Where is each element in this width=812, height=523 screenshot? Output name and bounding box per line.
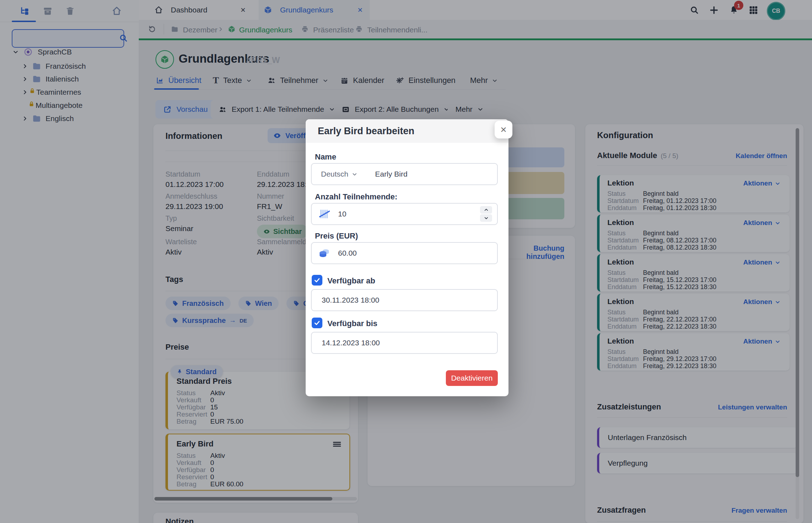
price-input-group [311, 242, 498, 264]
modal-title: Early Bird bearbeiten [318, 126, 415, 137]
available-from-label: Verfügbar ab [327, 276, 375, 286]
stepper-up-button[interactable] [480, 206, 492, 214]
deactivate-button[interactable]: Deaktivieren [446, 370, 498, 386]
available-to-label: Verfügbar bis [327, 319, 378, 328]
close-icon: × [500, 124, 507, 135]
count-input-group [311, 203, 498, 225]
tally-icon [318, 208, 331, 220]
language-select[interactable]: Deutsch [321, 170, 357, 178]
stepper-down-button[interactable] [480, 214, 492, 222]
available-to-input-group [311, 332, 498, 354]
count-label: Anzahl Teilnehmende: [315, 192, 397, 202]
name-label: Name [315, 152, 336, 162]
price-amount-input[interactable] [337, 249, 497, 258]
price-label: Preis (EUR) [315, 231, 358, 241]
chevron-down-icon [352, 172, 357, 177]
price-name-input[interactable] [374, 169, 497, 179]
available-to-input[interactable] [321, 338, 497, 347]
language-value: Deutsch [321, 170, 348, 178]
participant-count-input[interactable] [337, 209, 497, 219]
coins-icon [318, 247, 330, 259]
app-window: SprachCB Französisch Italienisch Teamint… [0, 0, 812, 523]
available-to-checkbox[interactable] [312, 318, 322, 328]
name-input-group: Deutsch [311, 163, 498, 185]
available-from-checkbox[interactable] [312, 275, 322, 286]
chevron-up-icon [484, 208, 489, 212]
chevron-down-icon [484, 216, 489, 220]
available-from-input[interactable] [321, 296, 497, 305]
available-from-input-group [311, 289, 498, 311]
modal-header: Early Bird bearbeiten [306, 119, 508, 143]
edit-price-modal: Early Bird bearbeiten Name Deutsch Anzah… [306, 119, 508, 396]
modal-close-button[interactable]: × [495, 121, 512, 138]
